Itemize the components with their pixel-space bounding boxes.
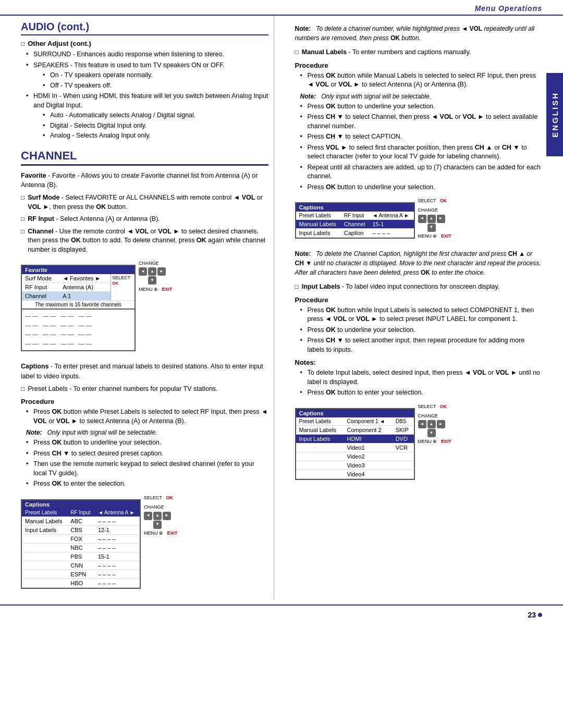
footer-row: 23 (0, 604, 563, 624)
other-adjust-bullets: SURROUND - Enhances audio response when … (21, 50, 268, 141)
sm4-row-video1: Video1 VCR (296, 443, 414, 452)
sm3-arrow-right[interactable]: ► (437, 215, 445, 223)
sm4-table: Preset Labels Component 1 ◄ DBS Manual L… (296, 417, 414, 479)
procedure1-bullets: Press OK button while Preset Labels is s… (21, 408, 268, 426)
sm4-row-preset: Preset Labels Component 1 ◄ DBS (296, 417, 414, 426)
p1-b2-3: Then use the remote numeric keypad to se… (26, 460, 268, 478)
page-container: ENGLISH Menu Operations AUDIO (cont.) Ot… (0, 0, 563, 728)
p1-b2-2: Press CH ▼ to select desired preset capt… (26, 449, 268, 459)
arrow-up-btn[interactable]: ▲ (148, 267, 156, 276)
sub-bullet-on: On - TV speakers operate normally. (43, 71, 268, 80)
sm1-divider: The maximum is 16 favorite channels (22, 301, 134, 310)
procedure2-note: Note: Only input with signal will be sel… (300, 93, 543, 100)
screen-mockup-2-container: Captions Preset Labels RF Input ◄ Antenn… (21, 494, 268, 594)
p2-b2-4: Press VOL ► to select first character po… (300, 143, 543, 162)
procedure1-bullets2: Press OK button to underline your select… (21, 438, 268, 489)
p1-bullet-1: Press OK button while Preset Labels is s… (26, 408, 268, 426)
sub-bullet-digital: Digital - Selects Digital Input only. (43, 121, 268, 131)
sm4-controls: SELECT OK CHANGE ◄ ▲ ▼ ► MENU ⊕ EXIT (418, 403, 452, 446)
sm2-arrow-down[interactable]: ▼ (153, 521, 162, 529)
sm3-header: Captions (296, 203, 414, 212)
p2-b2-1: Press OK button to underline your select… (300, 102, 543, 112)
sm3-controls: SELECT OK CHANGE ◄ ▲ ▼ ► MENU ⊕ EXIT (418, 197, 452, 240)
channel-text: Channel - Use the remote control ◄ VOL o… (28, 227, 268, 255)
procedure2-bullets: Press OK button while Manual Labels is s… (295, 71, 543, 90)
sm4-row-video3: Video3 (296, 461, 414, 470)
note-delete-channel: Note: To delete a channel number, while … (295, 24, 543, 43)
screen-mockup-1-container: Favorite Surf Mode ◄ Favorites ► SELECT … (21, 260, 268, 356)
sm2-row-cnn: CNN – – – – (22, 561, 140, 570)
left-column: AUDIO (cont.) Other Adjust (cont.) SURRO… (21, 16, 274, 599)
notes-b1: To delete Input labels, select desired i… (300, 368, 543, 387)
sm3-table: Preset Labels RF Input ◄ Antenna A ► Man… (296, 212, 414, 238)
sm2-row-manual: Manual Labels ABC – – – – (22, 516, 140, 525)
menu-operations-label: Menu Operations (475, 4, 542, 15)
sm2-row-preset: Preset Labels RF Input ◄ Antenna A ► (22, 509, 140, 517)
sub-bullets-hdmi: Auto - Automatically selects Analog / Di… (33, 111, 268, 141)
sm4-header: Captions (296, 409, 414, 417)
sm4-row-input: Input Labels HDMI DVD (296, 434, 414, 443)
sm2-row-fox: FOX – – – – (22, 534, 140, 543)
p1-b2-4: Press OK to enter the selection. (26, 479, 268, 489)
input-labels-item: □ Input Labels - To label video input co… (295, 282, 543, 292)
rf-input-checkbox: □ (21, 215, 25, 223)
procedure3-bullets: Press OK button while Input Labels is se… (295, 306, 543, 355)
preset-labels-checkbox: □ (21, 385, 25, 392)
sm3-arrow-left[interactable]: ◄ (418, 215, 426, 223)
english-tab: ENGLISH (546, 73, 563, 156)
notes-bullets: To delete Input labels, select desired i… (295, 368, 543, 398)
sm3-row-preset: Preset Labels RF Input ◄ Antenna A ► (296, 212, 414, 220)
sm2-header: Captions (22, 500, 140, 509)
p2-b2-5: Repeat until all characters are added, u… (300, 163, 543, 181)
channel-section-title: CHANNEL (21, 149, 268, 166)
page-number: 23 (528, 611, 536, 619)
sub-bullet-auto: Auto - Automatically selects Analog / Di… (43, 111, 268, 120)
channel-item: □ Channel - Use the remote control ◄ VOL… (21, 227, 268, 255)
sm1-dashes: — — — — — — — — — — — — — — — — — — — — … (22, 310, 134, 350)
notes-b2: Press OK button to enter your selection. (300, 388, 543, 398)
input-labels-text: Input Labels - To label video input conn… (302, 282, 500, 292)
note-caption-delete: Note: To delete the Channel Caption, hig… (295, 249, 543, 277)
sm4-arrow-up[interactable]: ▲ (427, 420, 436, 428)
p3-b3: Press CH ▼ to select another input, then… (300, 336, 543, 354)
screen-mockup-4-container: Captions Preset Labels Component 1 ◄ DBS… (295, 403, 543, 485)
surf-mode-checkbox: □ (21, 194, 25, 201)
sm3-row-manual: Manual Labels Channel 15-1 (296, 220, 414, 229)
surf-mode-text: Surf Mode - Select FAVORITE or ALL CHANN… (28, 193, 268, 212)
sm3-arrow-up[interactable]: ▲ (427, 215, 436, 223)
procedure2-bullets2: Press OK button to underline your select… (295, 102, 543, 192)
sm2-row-input: Input Labels CBS 12-1 (22, 525, 140, 534)
sm2-row-nbc: NBC – – – – (22, 543, 140, 552)
sm4-arrow-right[interactable]: ► (437, 420, 445, 428)
p2-b2-2: Press CH ▼ to select Channel, then press… (300, 113, 543, 131)
right-column: Note: To delete a channel number, while … (290, 16, 543, 599)
preset-labels-text: Preset Labels - To enter channel numbers… (28, 385, 217, 394)
procedure2-title: Procedure (295, 61, 543, 69)
sm2-arrow-right[interactable]: ► (163, 512, 171, 520)
arrow-right-btn[interactable]: ► (157, 267, 166, 276)
captions-intro-text: Captions - To enter preset and manual la… (21, 362, 268, 381)
sm1-header: Favorite (22, 266, 134, 274)
bullet-surround: SURROUND - Enhances audio response when … (26, 50, 268, 59)
arrow-left-btn[interactable]: ◄ (139, 267, 147, 276)
bullet-hdmi: HDMI In - When using HDMI, this feature … (26, 92, 268, 141)
manual-labels-text: Manual Labels - To enter numbers and cap… (302, 48, 471, 57)
arrow-down-btn[interactable]: ▼ (148, 276, 156, 285)
p2-b2-6: Press OK button to underline your select… (300, 183, 543, 192)
input-labels-checkbox: □ (295, 283, 299, 290)
bullet-speakers: SPEAKERS - This feature is used to turn … (26, 61, 268, 91)
sm2-arrow-left[interactable]: ◄ (144, 512, 152, 520)
notes-label: Notes: (295, 359, 543, 366)
sm3-arrow-down[interactable]: ▼ (427, 224, 436, 232)
sm2-row-espn: ESPN – – – – (22, 570, 140, 578)
preset-labels-item: □ Preset Labels - To enter channel numbe… (21, 385, 268, 394)
channel-checkbox: □ (21, 228, 25, 235)
sm4-arrow-down[interactable]: ▼ (427, 429, 436, 437)
screen-mockup-1: Favorite Surf Mode ◄ Favorites ► SELECT … (21, 265, 136, 351)
sm2-controls: SELECT OK CHANGE ◄ ▲ ▼ ► MENU ⊕ EXIT (144, 494, 178, 537)
sub-bullets-speakers: On - TV speakers operate normally. Off -… (33, 71, 268, 90)
procedure1-note: Note: Only input with signal will be sel… (26, 429, 268, 436)
main-content: AUDIO (cont.) Other Adjust (cont.) SURRO… (0, 16, 563, 599)
sm2-arrow-up[interactable]: ▲ (153, 512, 162, 520)
sm4-arrow-left[interactable]: ◄ (418, 420, 426, 428)
